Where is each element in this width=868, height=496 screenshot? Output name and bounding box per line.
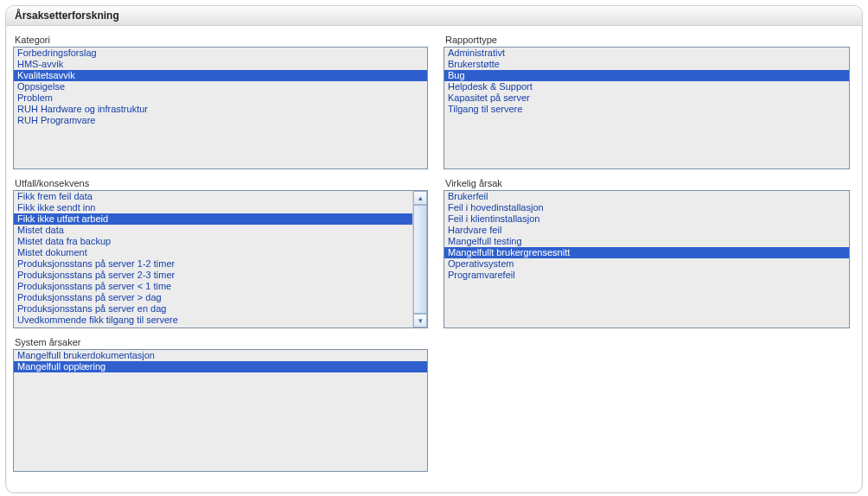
list-item[interactable]: HMS-avvik (14, 59, 427, 70)
list-item[interactable]: Produksjonsstans på server en dag (14, 303, 413, 315)
scroll-thumb[interactable] (413, 205, 427, 314)
list-item[interactable]: Uvedkommende fikk tilgang til servere (14, 315, 413, 326)
list-item[interactable]: Kapasitet på server (444, 92, 849, 104)
list-item[interactable]: Brukerfeil (444, 191, 849, 202)
list-item[interactable]: Produksjonsstans på server 1-2 timer (14, 258, 413, 270)
list-item[interactable]: Mangelfull brukerdokumentasjon (14, 350, 427, 361)
scrollbar[interactable]: ▴ ▾ (412, 191, 427, 327)
list-item[interactable]: Operativsystem (444, 258, 849, 270)
list-item[interactable]: Kvalitetsavvik (14, 70, 427, 81)
list-item[interactable]: Helpdesk & Support (444, 81, 849, 92)
list-item[interactable]: RUH Hardware og infrastruktur (14, 104, 427, 115)
rapporttype-listbox[interactable]: AdministrativtBrukerstøtteBugHelpdesk & … (444, 47, 850, 169)
list-item[interactable]: RUH Programvare (14, 115, 427, 126)
list-item[interactable]: Forbedringsforslag (14, 48, 427, 59)
list-item[interactable]: Mistet data fra backup (14, 236, 413, 247)
utfall-listbox[interactable]: Fikk frem feil dataFikk ikke sendt innFi… (13, 190, 428, 328)
kategori-label: Kategori (15, 35, 428, 45)
list-item[interactable]: Produksjonsstans på server > dag (14, 292, 413, 303)
left-column: Kategori ForbedringsforslagHMS-avvikKval… (13, 33, 444, 479)
list-item[interactable]: Bug (444, 70, 849, 81)
list-item[interactable]: Produksjonsstans på server < 1 time (14, 281, 413, 292)
list-item[interactable]: Fikk ikke sendt inn (14, 202, 413, 213)
scroll-down-icon[interactable]: ▾ (413, 314, 427, 327)
list-item[interactable]: Hardvare feil (444, 225, 849, 236)
list-item[interactable]: Feil i hovedinstallasjon (444, 202, 849, 213)
list-item[interactable]: Brukerstøtte (444, 59, 849, 70)
kategori-listbox[interactable]: ForbedringsforslagHMS-avvikKvalitetsavvi… (13, 47, 428, 169)
list-item[interactable]: Mistet dokument (14, 247, 413, 258)
list-item[interactable]: Produksjonsstans på server 2-3 timer (14, 270, 413, 281)
virkelig-label: Virkelig årsak (445, 178, 850, 188)
list-item[interactable]: Oppsigelse (14, 81, 427, 92)
system-listbox[interactable]: Mangelfull brukerdokumentasjonMangelfull… (13, 349, 428, 472)
list-item[interactable]: Mistet data (14, 225, 413, 236)
list-item[interactable]: Administrativt (444, 48, 849, 59)
list-item[interactable]: Fikk ikke utført arbeid (14, 213, 413, 225)
right-column: Rapporttype AdministrativtBrukerstøtteBu… (444, 33, 855, 479)
panel-title: Årsaksetterforskning (6, 6, 862, 26)
list-item[interactable]: Tilgang til servere (444, 104, 849, 115)
system-label: System årsaker (15, 337, 428, 347)
list-item[interactable]: Programvarefeil (444, 270, 849, 281)
list-item[interactable]: Mangelfull opplæring (14, 361, 427, 372)
utfall-label: Utfall/konsekvens (15, 178, 428, 188)
panel-body: Kategori ForbedringsforslagHMS-avvikKval… (6, 26, 862, 493)
scroll-up-icon[interactable]: ▴ (413, 191, 427, 205)
list-item[interactable]: Fikk frem feil data (14, 191, 413, 202)
list-item[interactable]: Mangelfull testing (444, 236, 849, 247)
rapporttype-label: Rapporttype (445, 35, 850, 45)
list-item[interactable]: Problem (14, 92, 427, 104)
virkelig-listbox[interactable]: BrukerfeilFeil i hovedinstallasjonFeil i… (444, 190, 850, 328)
list-item[interactable]: Mangelfullt brukergrensesnitt (444, 247, 849, 258)
list-item[interactable]: Feil i klientinstallasjon (444, 213, 849, 225)
panel-root: Årsaksetterforskning Kategori Forbedring… (5, 5, 863, 493)
